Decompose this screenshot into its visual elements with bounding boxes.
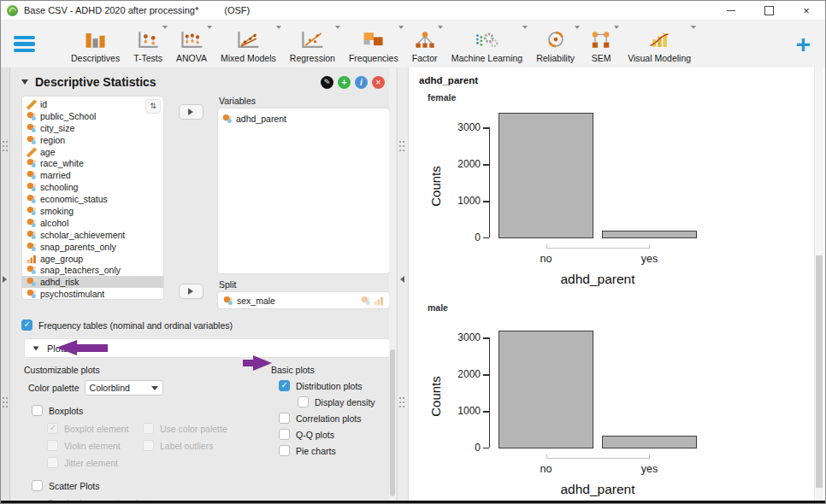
variable-list-item[interactable]: economic_status — [22, 193, 163, 205]
splitter-grip[interactable] — [399, 397, 405, 408]
duplicate-analysis-button[interactable]: + — [338, 76, 351, 89]
variable-type-icon — [27, 230, 37, 240]
ribbon-button-regression[interactable]: Regression — [283, 21, 342, 67]
variable-list-item[interactable]: race_white — [22, 157, 163, 169]
ribbon-button-sem[interactable]: SEM — [581, 21, 621, 67]
bar-no — [499, 331, 593, 448]
variable-list-item[interactable]: smoking — [22, 205, 163, 217]
edit-title-button[interactable]: ✎ — [321, 76, 333, 89]
variables-box[interactable]: adhd_parent — [217, 108, 390, 274]
variable-name: sex_male — [237, 296, 275, 306]
qq-plots-label: Q-Q plots — [296, 430, 334, 440]
distribution-plots-option[interactable]: Distribution plots — [279, 380, 390, 391]
ribbon-button-mixed-models[interactable]: Mixed Models — [214, 21, 283, 67]
maximize-button[interactable] — [750, 1, 788, 20]
correlation-plots-checkbox[interactable] — [279, 413, 290, 424]
frequency-tables-checkbox[interactable] — [21, 319, 32, 331]
variable-list-item[interactable]: scholar_achievement — [22, 229, 163, 241]
available-variables-list[interactable]: id public_School — [21, 96, 164, 300]
y-tick-label: 2000 — [438, 368, 481, 380]
variable-name: region — [40, 135, 65, 145]
variable-name: age — [40, 147, 56, 157]
machine-learning-icon — [474, 27, 499, 51]
ribbon-button-descriptives[interactable]: Descriptives — [64, 21, 127, 67]
distribution-plots-label: Distribution plots — [296, 381, 363, 391]
splitter-grip[interactable] — [3, 397, 9, 408]
options-results-splitter[interactable] — [397, 67, 409, 501]
ribbon-button-anova[interactable]: ANOVA — [169, 21, 214, 67]
variable-list-item[interactable]: snap_teachers_only — [22, 264, 163, 276]
variable-list-item[interactable]: married — [22, 169, 163, 181]
scatter-plots-checkbox[interactable] — [32, 480, 43, 491]
main-menu-button[interactable] — [14, 36, 35, 53]
ribbon-button-factor[interactable]: Factor — [405, 21, 445, 67]
label-outliers-checkbox — [143, 440, 154, 451]
splitter-grip[interactable] — [3, 141, 9, 152]
assign-to-variables-button[interactable] — [179, 104, 204, 120]
dropdown-caret-icon — [207, 26, 212, 29]
expand-data-panel-icon[interactable] — [3, 276, 7, 283]
variable-type-icon — [27, 242, 37, 252]
violin-element-checkbox — [47, 440, 58, 451]
display-density-option[interactable]: Display density — [298, 396, 390, 407]
x-category-label: yes — [611, 253, 688, 265]
ribbon-button-frequencies[interactable]: Frequencies — [342, 21, 405, 67]
variable-list-item[interactable]: public_School — [22, 110, 163, 122]
remove-analysis-button[interactable]: × — [372, 76, 385, 89]
ribbon-button-t-tests[interactable]: T-Tests — [127, 21, 169, 67]
assign-to-split-button[interactable] — [179, 284, 204, 299]
variable-list-item[interactable]: snap_parents_only — [22, 241, 163, 253]
boxplots-option[interactable]: Boxplots — [32, 405, 271, 416]
variable-list-item[interactable]: age_group — [22, 253, 163, 265]
variable-list-item[interactable]: city_size — [22, 122, 163, 134]
add-analysis-button[interactable]: + — [795, 33, 811, 56]
plots-section-header[interactable]: Plots — [24, 338, 390, 358]
frequency-tables-option[interactable]: Frequency tables (nominal and ordinal va… — [21, 319, 397, 331]
jasp-logo-icon — [7, 5, 18, 16]
options-scrollbar[interactable] — [389, 67, 396, 501]
maximize-icon — [764, 6, 774, 15]
assigned-variable-item[interactable]: adhd_parent — [222, 112, 385, 125]
scatter-plots-option[interactable]: Scatter Plots — [32, 480, 271, 491]
color-palette-dropdown[interactable]: Colorblind — [85, 380, 163, 396]
basic-plots-title: Basic plots — [271, 365, 390, 375]
variable-list-item[interactable]: adhd_risk — [22, 276, 163, 288]
close-button[interactable]: × — [788, 1, 825, 20]
results-scrollbar[interactable] — [814, 67, 823, 501]
analysis-header[interactable]: Descriptive Statistics ✎ + i × — [10, 67, 397, 91]
data-panel-splitter[interactable] — [1, 67, 10, 501]
qq-plots-option[interactable]: Q-Q plots — [279, 429, 390, 440]
variable-list-item[interactable]: alcohol — [22, 217, 163, 229]
y-tick-label: 1000 — [438, 405, 481, 417]
bar-yes — [602, 231, 697, 238]
minimize-button[interactable] — [712, 1, 750, 20]
variable-list-item[interactable]: age — [22, 146, 163, 158]
split-variable-item[interactable]: sex_male — [223, 294, 275, 307]
pie-charts-option[interactable]: Pie charts — [279, 445, 390, 456]
window-title: Base CSV - ADHD 2020 after processing* — [24, 5, 198, 15]
pie-charts-checkbox[interactable] — [279, 445, 290, 456]
collapse-options-icon[interactable] — [400, 276, 404, 283]
split-variable-wrap: sex_male — [223, 294, 275, 307]
boxplots-checkbox[interactable] — [32, 405, 43, 416]
analysis-info-button[interactable]: i — [355, 76, 368, 89]
ribbon-button-visual-modeling[interactable]: Visual Modeling — [621, 21, 698, 67]
display-density-checkbox[interactable] — [298, 396, 309, 407]
qq-plots-checkbox[interactable] — [279, 429, 290, 440]
variables-box-label: Variables — [219, 96, 390, 106]
distribution-plots-checkbox[interactable] — [279, 380, 290, 391]
ribbon-button-reliability[interactable]: Reliability — [529, 21, 581, 67]
splitter-grip[interactable] — [399, 141, 405, 152]
variable-list-item[interactable]: id — [22, 98, 163, 110]
results-scrollbar-thumb[interactable] — [816, 255, 823, 488]
variable-list-item[interactable]: psychostimulant — [22, 288, 163, 300]
sem-icon — [588, 27, 614, 51]
variable-list-item[interactable]: schooling — [22, 181, 163, 193]
variable-name: age_group — [40, 254, 83, 264]
sort-variables-button[interactable]: ⇅ — [145, 99, 161, 114]
variable-list-item[interactable]: region — [22, 134, 163, 146]
correlation-plots-option[interactable]: Correlation plots — [279, 413, 390, 424]
options-scrollbar-thumb[interactable] — [390, 349, 395, 496]
ribbon-button-machine-learning[interactable]: Machine Learning — [445, 21, 529, 67]
split-box[interactable]: sex_male — [217, 291, 390, 309]
